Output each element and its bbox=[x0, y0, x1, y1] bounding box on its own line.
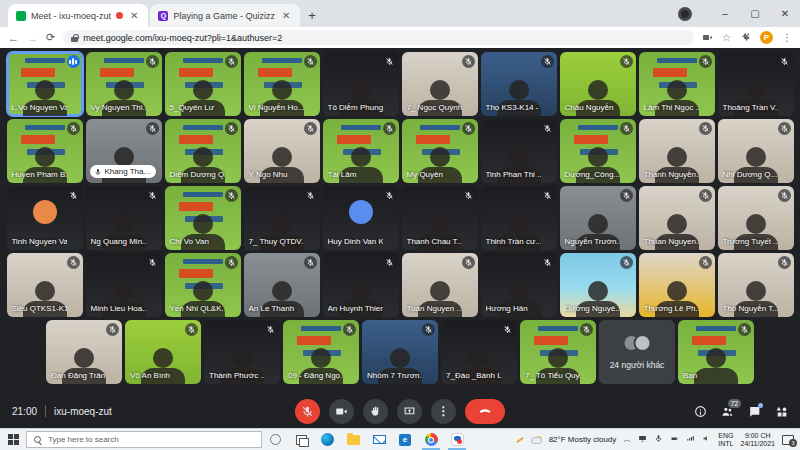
chevron-up-icon[interactable]: ︿ bbox=[623, 436, 631, 444]
more-options-button[interactable]: ⋮ bbox=[431, 399, 456, 424]
mic-off-icon bbox=[620, 55, 633, 68]
start-button[interactable] bbox=[0, 429, 26, 450]
participant-tile[interactable]: Minh Lieu Hoa... bbox=[86, 253, 162, 317]
participant-tile[interactable]: Tinh Nguyen Van bbox=[7, 186, 83, 250]
task-view-button[interactable] bbox=[288, 429, 314, 450]
participant-tile[interactable]: Thành Phước ... bbox=[204, 320, 280, 384]
participant-tile[interactable]: Bạn bbox=[678, 320, 754, 384]
participant-tile[interactable]: Vy Nguyen Thi... bbox=[86, 52, 162, 116]
camera-toggle-button[interactable] bbox=[329, 399, 354, 424]
close-button[interactable]: ✕ bbox=[770, 0, 800, 27]
participant-tile[interactable]: Đan Đặng Trân... bbox=[46, 320, 122, 384]
language-indicator[interactable]: ENGINTL bbox=[718, 432, 733, 448]
participant-tile[interactable]: 7_ Tô Tiểu Quy... bbox=[520, 320, 596, 384]
cortana-button[interactable] bbox=[262, 429, 288, 450]
participant-tile[interactable]: Huyen Pham B... bbox=[7, 119, 83, 183]
participant-tile[interactable]: Dương Nguyê... bbox=[560, 253, 636, 317]
browser-menu-icon[interactable]: ⋮ bbox=[782, 32, 792, 43]
new-tab-button[interactable]: + bbox=[308, 8, 316, 23]
participant-tile[interactable]: Yến Nhi QL&K... bbox=[165, 253, 241, 317]
chat-app-button[interactable] bbox=[444, 429, 470, 450]
participant-tile[interactable]: Dương_Công... bbox=[560, 119, 636, 183]
participant-tile[interactable]: Thanh Chau T... bbox=[402, 186, 478, 250]
lock-icon[interactable] bbox=[71, 34, 78, 42]
app-e-button[interactable]: e bbox=[392, 429, 418, 450]
participant-tile[interactable]: Nguyễn Trườn... bbox=[560, 186, 636, 250]
participant-tile[interactable]: Thanh Nguyễn... bbox=[639, 119, 715, 183]
participant-tile[interactable]: L.Vo Nguyen Va... bbox=[7, 52, 83, 116]
network-icon[interactable] bbox=[686, 434, 695, 445]
participant-tile[interactable]: Lâm Thị Ngọc ... bbox=[639, 52, 715, 116]
mic-tray-icon[interactable] bbox=[654, 434, 663, 445]
back-icon[interactable]: ← bbox=[8, 32, 19, 44]
participant-tile[interactable]: Siêu QTKS1-K1... bbox=[7, 253, 83, 317]
weather-text[interactable]: 82°F Mostly cloudy bbox=[549, 435, 617, 444]
recorder-icon[interactable] bbox=[678, 7, 692, 21]
forward-icon[interactable]: → bbox=[27, 32, 38, 44]
meeting-details-icon[interactable] bbox=[694, 405, 707, 418]
taskbar-clock[interactable]: 9:00 CH24/11/2021 bbox=[740, 432, 775, 448]
participant-tile[interactable]: 7_Đào _Bánh L... bbox=[441, 320, 517, 384]
participant-tile[interactable]: An Huynh Thien bbox=[323, 253, 399, 317]
address-bar[interactable]: meet.google.com/ixu-moeq-zut?pli=1&authu… bbox=[63, 30, 694, 45]
participant-tile[interactable]: Tho Nguyễn T... bbox=[718, 253, 794, 317]
participant-tile[interactable]: Nhi Dương Q... bbox=[718, 119, 794, 183]
participant-tile[interactable]: Châu Nguyễn bbox=[560, 52, 636, 116]
participant-tile[interactable]: Trương Tuyết ... bbox=[718, 186, 794, 250]
taskbar-search-input[interactable]: Type here to search bbox=[26, 431, 262, 448]
participant-tile[interactable]: Hương Hân bbox=[481, 253, 557, 317]
participant-tile[interactable]: Thọ KS3-K14 - ... bbox=[481, 52, 557, 116]
participant-tile[interactable]: 5_Quyên Lư bbox=[165, 52, 241, 116]
participant-tile[interactable]: Tài Lâm bbox=[323, 119, 399, 183]
participant-tile[interactable]: My Quyên bbox=[402, 119, 478, 183]
participants-icon[interactable]: 72 bbox=[721, 405, 734, 418]
activities-icon[interactable] bbox=[775, 405, 788, 418]
participant-tile[interactable]: 24 người khác bbox=[599, 320, 675, 384]
participant-tile[interactable]: 7_ Thuy QTDV... bbox=[244, 186, 320, 250]
minimize-button[interactable]: – bbox=[710, 0, 740, 27]
participant-tile[interactable]: Võ An Bình bbox=[125, 320, 201, 384]
participant-tile[interactable]: Huy Dinh Van Ki... bbox=[323, 186, 399, 250]
participant-tile[interactable]: Thoảng Trần V... bbox=[718, 52, 794, 116]
participant-tile[interactable]: Khang Tha... bbox=[86, 119, 162, 183]
participant-tile[interactable]: Thinh Trần cư... bbox=[481, 186, 557, 250]
tab-close-icon[interactable]: ✕ bbox=[128, 10, 140, 21]
mic-toggle-button[interactable] bbox=[295, 399, 320, 424]
raise-hand-button[interactable] bbox=[363, 399, 388, 424]
participant-tile[interactable]: An Le Thanh bbox=[244, 253, 320, 317]
participant-tile[interactable]: Thuan Nguyen... bbox=[639, 186, 715, 250]
end-call-button[interactable] bbox=[465, 399, 505, 424]
tab-quizizz[interactable]: Q Playing a Game - Quizizz ✕ bbox=[150, 4, 300, 27]
participant-tile[interactable]: Tô Diễm Phung bbox=[323, 52, 399, 116]
file-explorer-button[interactable] bbox=[340, 429, 366, 450]
tab-close-icon[interactable]: ✕ bbox=[280, 10, 292, 21]
participant-tile[interactable]: Ng Quang Min... bbox=[86, 186, 162, 250]
volume-icon[interactable] bbox=[702, 434, 711, 445]
participant-tile[interactable]: Tuan Nguyen ... bbox=[402, 253, 478, 317]
participant-tile[interactable]: Y Ngo Nhu bbox=[244, 119, 320, 183]
participant-tile[interactable]: Chi Vo Van bbox=[165, 186, 241, 250]
chrome-button[interactable] bbox=[418, 429, 444, 450]
extensions-puzzle-icon[interactable] bbox=[740, 32, 751, 43]
participant-tile[interactable]: Nhóm 7 Trươn... bbox=[362, 320, 438, 384]
chat-icon[interactable] bbox=[748, 405, 761, 418]
battery-icon[interactable] bbox=[670, 434, 679, 445]
edge-button[interactable] bbox=[314, 429, 340, 450]
maximize-button[interactable]: ▢ bbox=[740, 0, 770, 27]
participant-tile[interactable]: Thương Lê Ph... bbox=[639, 253, 715, 317]
participant-tile[interactable]: Diễm Dương Q... bbox=[165, 119, 241, 183]
display-tray-icon[interactable] bbox=[638, 434, 647, 445]
participant-tile[interactable]: Tinh Phan Thi ... bbox=[481, 119, 557, 183]
action-center-icon[interactable]: 3 bbox=[782, 435, 794, 445]
profile-avatar[interactable]: P bbox=[760, 31, 773, 44]
participant-tile[interactable]: 7_ Ngọc Quỳnh bbox=[402, 52, 478, 116]
tab-meet[interactable]: Meet - ixu-moeq-zut ✕ bbox=[8, 4, 148, 27]
participant-tile[interactable]: 09 - Đặng Ngọ... bbox=[283, 320, 359, 384]
mail-button[interactable] bbox=[366, 429, 392, 450]
reload-icon[interactable]: ⟳ bbox=[46, 31, 55, 44]
participant-tile[interactable]: Vi Nguyễn Ho... bbox=[244, 52, 320, 116]
app-e-icon: e bbox=[399, 434, 411, 446]
present-button[interactable] bbox=[397, 399, 422, 424]
bookmark-star-icon[interactable]: ☆ bbox=[722, 32, 731, 43]
camera-in-use-icon[interactable] bbox=[702, 32, 713, 43]
